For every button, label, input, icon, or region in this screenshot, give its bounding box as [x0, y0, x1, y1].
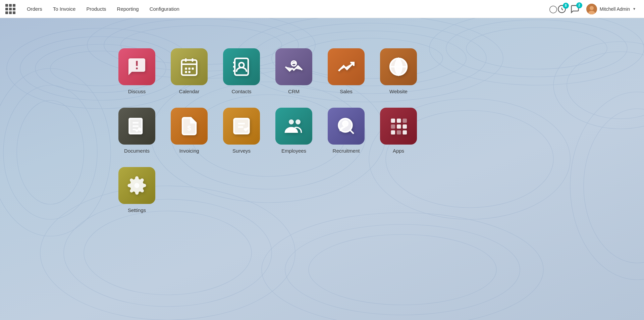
svg-rect-40	[185, 68, 187, 70]
settings-label: Settings	[128, 207, 146, 213]
website-icon-wrap	[380, 48, 417, 85]
documents-icon-wrap	[118, 108, 155, 145]
svg-rect-73	[397, 130, 401, 135]
nav-products[interactable]: Products	[82, 4, 111, 14]
discuss-label: Discuss	[128, 89, 146, 94]
app-item-settings[interactable]: Settings	[111, 164, 163, 216]
app-grid: DiscussCalendarContactsCRMSalesWebsiteDo…	[0, 18, 644, 216]
user-avatar	[586, 4, 597, 14]
nav-orders[interactable]: Orders	[22, 4, 47, 14]
notifications-count: 8	[563, 3, 569, 9]
contacts-icon-wrap	[223, 48, 260, 85]
svg-point-35	[309, 234, 496, 305]
recruitment-label: Recruitment	[333, 148, 360, 154]
surveys-label: Surveys	[232, 148, 251, 154]
app-row-1: Documents$InvoicingSurveysEmployeesRecru…	[111, 104, 425, 157]
calendar-label: Calendar	[179, 89, 200, 94]
svg-rect-70	[397, 124, 401, 129]
svg-rect-67	[397, 119, 401, 123]
app-item-sales[interactable]: Sales	[320, 45, 372, 98]
svg-rect-68	[403, 119, 407, 123]
documents-label: Documents	[124, 148, 150, 154]
apps-label: Apps	[393, 148, 404, 154]
invoicing-label: Invoicing	[179, 148, 199, 154]
svg-rect-58	[234, 119, 249, 134]
nav-menu: Orders To Invoice Products Reporting Con…	[22, 4, 549, 14]
app-row-2: Settings	[111, 164, 163, 216]
app-item-calendar[interactable]: Calendar	[163, 45, 215, 98]
app-item-crm[interactable]: CRM	[268, 45, 320, 98]
avatar-image	[586, 4, 597, 14]
notifications-button[interactable]: ◯ 8	[549, 5, 566, 13]
bell-icon: ◯	[549, 5, 557, 13]
svg-point-2	[590, 6, 594, 10]
app-item-contacts[interactable]: Contacts	[215, 45, 268, 98]
app-item-website[interactable]: Website	[372, 45, 425, 98]
employees-icon-wrap	[275, 108, 312, 145]
recruitment-icon-wrap	[328, 108, 365, 145]
surveys-icon-wrap	[223, 108, 260, 145]
home-grid-button[interactable]	[5, 4, 15, 14]
user-menu[interactable]: Mitchell Admin ▼	[584, 2, 639, 16]
svg-point-34	[285, 224, 520, 315]
svg-point-65	[343, 121, 348, 126]
svg-rect-69	[391, 124, 395, 129]
sales-icon-wrap	[328, 48, 365, 85]
app-item-employees[interactable]: Employees	[268, 104, 320, 157]
calendar-icon-wrap	[171, 48, 208, 85]
settings-icon-wrap	[118, 167, 155, 204]
crm-icon-wrap	[275, 48, 312, 85]
messages-button[interactable]: 2	[570, 4, 580, 14]
messages-count: 2	[576, 2, 582, 8]
app-row-0: DiscussCalendarContactsCRMSalesWebsite	[111, 45, 425, 98]
website-label: Website	[389, 89, 408, 94]
app-item-surveys[interactable]: Surveys	[215, 104, 268, 157]
main-background: DiscussCalendarContactsCRMSalesWebsiteDo…	[0, 18, 644, 320]
sales-label: Sales	[340, 89, 353, 94]
contacts-label: Contacts	[231, 89, 251, 94]
user-menu-chevron: ▼	[633, 7, 636, 11]
nav-to-invoice[interactable]: To Invoice	[48, 4, 80, 14]
svg-point-32	[84, 211, 252, 295]
app-item-apps[interactable]: Apps	[372, 104, 425, 157]
app-item-recruitment[interactable]: Recruitment	[320, 104, 372, 157]
app-item-documents[interactable]: Documents	[111, 104, 163, 157]
nav-configuration[interactable]: Configuration	[145, 4, 184, 14]
svg-point-61	[289, 119, 294, 124]
svg-point-33	[262, 213, 543, 320]
discuss-icon-wrap	[118, 48, 155, 85]
invoicing-icon-wrap: $	[171, 108, 208, 145]
svg-rect-74	[403, 130, 407, 135]
app-item-discuss[interactable]: Discuss	[111, 45, 163, 98]
svg-point-62	[296, 119, 301, 124]
crm-label: CRM	[288, 89, 300, 94]
apps-icon-wrap	[380, 108, 417, 145]
nav-reporting[interactable]: Reporting	[112, 4, 144, 14]
navbar-right: ◯ 8 2 Mitchell Admin ▼	[549, 2, 639, 16]
svg-rect-71	[403, 124, 407, 129]
svg-text:$: $	[187, 124, 191, 132]
svg-rect-72	[391, 130, 395, 135]
app-item-invoicing[interactable]: $Invoicing	[163, 104, 215, 157]
svg-rect-66	[391, 119, 395, 123]
user-name-label: Mitchell Admin	[600, 6, 630, 12]
svg-rect-42	[192, 68, 194, 70]
svg-rect-41	[189, 68, 191, 70]
svg-line-64	[350, 130, 354, 134]
employees-label: Employees	[281, 148, 306, 154]
svg-rect-45	[235, 58, 248, 75]
svg-rect-43	[185, 71, 187, 73]
navbar: Orders To Invoice Products Reporting Con…	[0, 0, 644, 18]
svg-rect-44	[189, 71, 191, 73]
